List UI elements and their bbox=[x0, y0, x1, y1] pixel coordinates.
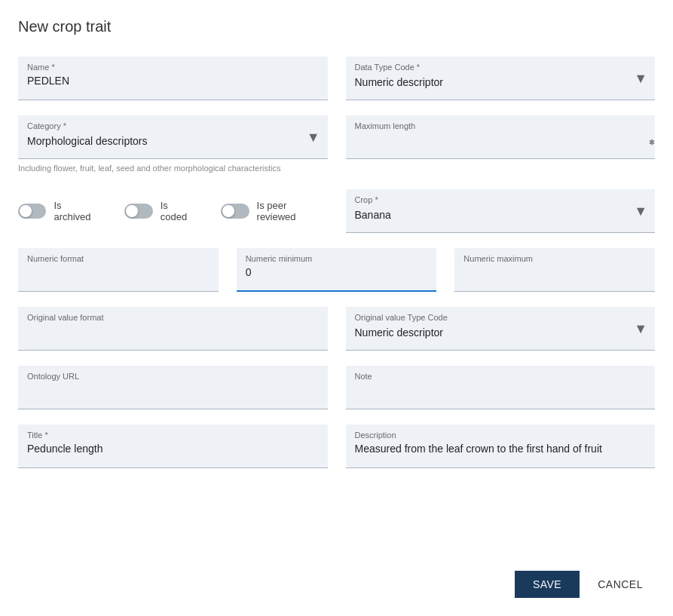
save-button[interactable]: SAVE bbox=[515, 571, 580, 598]
numeric-format-label: Numeric format bbox=[27, 254, 210, 263]
category-value: Morphological descriptors bbox=[27, 133, 319, 147]
original-value-type-code-field: Original value Type Code Numeric descrip… bbox=[346, 307, 656, 351]
original-value-format-input[interactable] bbox=[27, 325, 319, 337]
ontology-url-label: Ontology URL bbox=[27, 372, 319, 381]
is-archived-label: Is archived bbox=[54, 200, 100, 222]
form-grid: Name * Data Type Code * Numeric descript… bbox=[18, 57, 655, 468]
data-type-code-chevron-icon[interactable]: ▼ bbox=[634, 70, 647, 86]
is-coded-knob bbox=[126, 205, 138, 217]
numeric-maximum-label: Numeric maximum bbox=[463, 254, 646, 263]
is-coded-toggle[interactable] bbox=[124, 204, 152, 219]
data-type-code-label: Data Type Code * bbox=[355, 63, 647, 72]
original-value-type-code-chevron-icon[interactable]: ▼ bbox=[634, 320, 647, 336]
original-value-format-field: Original value format bbox=[18, 307, 328, 351]
title-label: Title * bbox=[27, 431, 319, 440]
max-length-field: Maximum length ▲ ▼ bbox=[346, 115, 656, 159]
category-label: Category * bbox=[27, 121, 319, 130]
page-container: New crop trait Name * Data Type Code * N… bbox=[0, 0, 673, 616]
max-length-label: Maximum length bbox=[355, 121, 647, 130]
category-hint: Including flower, fruit, leaf, seed and … bbox=[18, 164, 328, 174]
toggles-row: Is archived Is coded Is peer reviewed bbox=[18, 189, 328, 233]
ontology-url-field: Ontology URL bbox=[18, 366, 328, 409]
title-field: Title * bbox=[18, 424, 328, 468]
is-archived-knob bbox=[20, 205, 32, 217]
is-peer-reviewed-toggle[interactable] bbox=[221, 204, 249, 219]
is-coded-label: Is coded bbox=[161, 200, 197, 222]
page-title: New crop trait bbox=[18, 18, 655, 35]
title-input[interactable] bbox=[27, 443, 319, 455]
name-input[interactable] bbox=[27, 75, 319, 87]
numeric-maximum-field: Numeric maximum bbox=[454, 248, 655, 292]
numeric-maximum-input[interactable] bbox=[463, 266, 646, 278]
cancel-button[interactable]: CANCEL bbox=[586, 571, 655, 598]
numeric-minimum-input[interactable] bbox=[246, 266, 428, 278]
description-field: Description bbox=[346, 424, 656, 468]
is-peer-reviewed-label: Is peer reviewed bbox=[257, 200, 328, 222]
original-value-type-code-label: Original value Type Code bbox=[355, 313, 647, 322]
note-label: Note bbox=[355, 372, 647, 381]
footer-buttons: SAVE CANCEL bbox=[515, 571, 655, 598]
crop-label: Crop * bbox=[355, 195, 647, 204]
description-label: Description bbox=[355, 431, 647, 440]
name-field: Name * bbox=[18, 57, 328, 100]
original-value-type-code-value: Numeric descriptor bbox=[355, 325, 647, 339]
is-archived-toggle[interactable] bbox=[18, 204, 46, 219]
note-input[interactable] bbox=[355, 384, 647, 396]
category-chevron-icon[interactable]: ▼ bbox=[307, 129, 320, 145]
data-type-code-field: Data Type Code * Numeric descriptor ▼ bbox=[346, 57, 656, 100]
note-field: Note bbox=[346, 366, 656, 409]
crop-field: Crop * Banana ▼ bbox=[346, 189, 656, 233]
is-coded-toggle-item: Is coded bbox=[124, 200, 197, 222]
is-peer-reviewed-knob bbox=[222, 205, 234, 217]
description-input[interactable] bbox=[355, 443, 647, 455]
is-archived-toggle-item: Is archived bbox=[18, 200, 100, 222]
crop-value: Banana bbox=[355, 207, 647, 221]
name-label: Name * bbox=[27, 63, 319, 72]
numeric-minimum-label: Numeric minimum bbox=[246, 254, 428, 263]
ontology-url-input[interactable] bbox=[27, 384, 319, 396]
original-value-format-label: Original value format bbox=[27, 313, 319, 322]
max-length-input[interactable] bbox=[355, 133, 647, 146]
numeric-format-input[interactable] bbox=[27, 266, 210, 278]
numeric-minimum-field: Numeric minimum bbox=[237, 248, 437, 292]
crop-chevron-icon[interactable]: ▼ bbox=[634, 203, 647, 219]
data-type-code-value: Numeric descriptor bbox=[355, 75, 647, 88]
numeric-row: Numeric format Numeric minimum Numeric m… bbox=[18, 248, 655, 292]
is-peer-reviewed-toggle-item: Is peer reviewed bbox=[221, 200, 327, 222]
category-field: Category * Morphological descriptors ▼ bbox=[18, 115, 328, 159]
numeric-format-field: Numeric format bbox=[18, 248, 219, 292]
